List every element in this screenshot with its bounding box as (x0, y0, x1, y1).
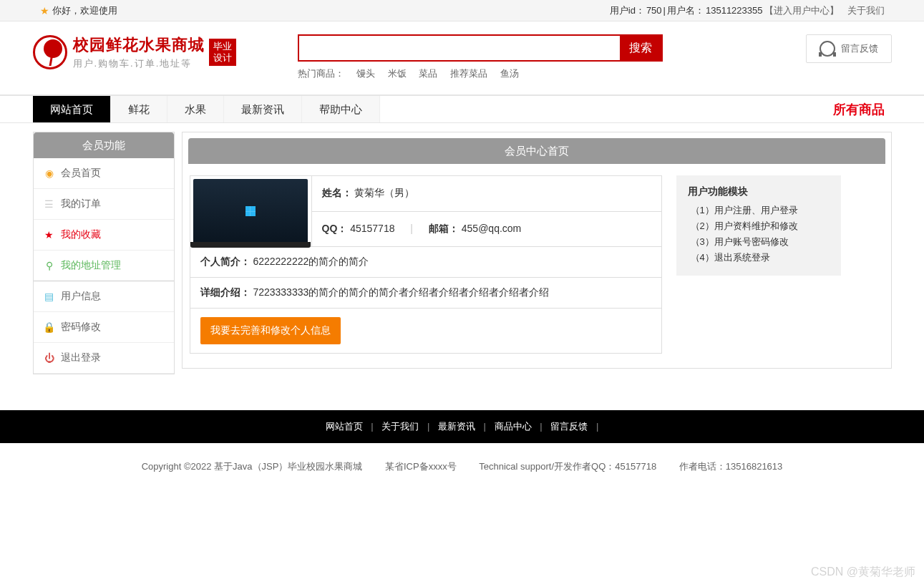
sidebar-item-address[interactable]: ⚲ 我的地址管理 (34, 251, 174, 281)
qq-label: QQ： (322, 223, 348, 234)
star-icon: ★ (40, 0, 49, 21)
name-row: 姓名： 黄菊华（男） (311, 176, 661, 212)
copyright: Copyright ©2022 基于Java（JSP）毕业校园水果商城 某省IC… (0, 443, 924, 516)
order-icon: ☰ (44, 198, 55, 210)
nav-flowers[interactable]: 鲜花 (111, 96, 167, 122)
sidebar-item-home[interactable]: ◉ 会员首页 (34, 158, 174, 189)
avatar-cell (190, 176, 311, 247)
sidebar-item-userinfo[interactable]: ▤ 用户信息 (34, 281, 174, 312)
detail-value: 7223333333的简介的简介的简介者介绍者介绍者介绍者介绍者介绍 (253, 286, 549, 298)
hot-word[interactable]: 菜品 (419, 68, 437, 79)
search-block: 搜索 热门商品： 馒头 米饭 菜品 推荐菜品 鱼汤 (298, 34, 663, 80)
feedback-button[interactable]: 留言反馈 (806, 34, 892, 63)
profile-table: 姓名： 黄菊华（男） QQ： 45157718 | 邮箱： 455@qq.com (190, 175, 662, 354)
name-label: 姓名： (322, 187, 352, 198)
sidebar-title: 会员功能 (34, 132, 174, 158)
nav-help[interactable]: 帮助中心 (302, 96, 380, 122)
phone-text: 作者电话：13516821613 (679, 461, 783, 472)
location-icon: ⚲ (44, 260, 55, 271)
logo-block[interactable]: 校园鲜花水果商城 用户.购物车.订单.地址等 毕业 设计 (33, 34, 298, 70)
intro-label: 个人简介： (200, 256, 251, 267)
module-box: 用户功能模块 （1）用户注册、用户登录 （2）用户资料维护和修改 （3）用户账号… (676, 175, 841, 276)
nav-all-products[interactable]: 所有商品 (833, 96, 892, 122)
avatar-image (193, 179, 308, 243)
topbar: ★ 你好，欢迎使用 用户id： 750 | 用户名： 13511223355 【… (0, 0, 924, 21)
enter-user-center-link[interactable]: 【进入用户中心】 (764, 0, 839, 21)
module-line: （3）用户账号密码修改 (688, 234, 830, 250)
search-input[interactable] (299, 36, 620, 60)
content-title: 会员中心首页 (188, 138, 885, 164)
topbar-left: ★ 你好，欢迎使用 (40, 0, 117, 21)
search-button[interactable]: 搜索 (620, 36, 661, 60)
intro-row: 个人简介： 6222222222的简介的简介 (190, 247, 661, 278)
sidebar: 会员功能 ◉ 会员首页 ☰ 我的订单 ★ 我的收藏 ⚲ 我的地址管理 (33, 132, 175, 374)
logo-subtitle: 用户.购物车.订单.地址等 (73, 57, 205, 70)
module-line: （4）退出系统登录 (688, 250, 830, 266)
headset-icon (820, 41, 835, 57)
email-value: 455@qq.com (462, 223, 521, 234)
detail-label: 详细介绍： (200, 286, 251, 298)
footer-link[interactable]: 商品中心 (495, 421, 532, 432)
about-us-link[interactable]: 关于我们 (847, 0, 885, 21)
hot-words: 热门商品： 馒头 米饭 菜品 推荐菜品 鱼汤 (298, 67, 663, 80)
nav-fruits[interactable]: 水果 (167, 96, 224, 122)
footer-nav: 网站首页 | 关于我们 | 最新资讯 | 商品中心 | 留言反馈 | (0, 410, 924, 443)
hot-word[interactable]: 米饭 (388, 68, 407, 79)
sep: | (663, 0, 666, 21)
logo-badge: 毕业 设计 (209, 39, 236, 66)
power-icon: ⏻ (44, 352, 55, 364)
topbar-right: 用户id： 750 | 用户名： 13511223355 【进入用户中心】 关于… (610, 0, 885, 21)
module-line: （1）用户注册、用户登录 (688, 203, 830, 218)
hot-word[interactable]: 鱼汤 (500, 68, 519, 79)
username-value: 13511223355 (706, 0, 763, 21)
hot-word[interactable]: 馒头 (356, 68, 375, 79)
footer-link[interactable]: 网站首页 (326, 421, 363, 432)
footer-link[interactable]: 关于我们 (381, 421, 419, 432)
sidebar-item-favorites[interactable]: ★ 我的收藏 (34, 220, 174, 251)
action-row: 我要去完善和修改个人信息 (190, 309, 661, 354)
greeting-text: 你好，欢迎使用 (52, 0, 117, 21)
tech-text: Technical support/开发作者QQ：45157718 (479, 461, 656, 472)
contact-row: QQ： 45157718 | 邮箱： 455@qq.com (311, 211, 661, 247)
copyright-text: Copyright ©2022 基于Java（JSP）毕业校园水果商城 (142, 461, 363, 472)
footer-link[interactable]: 最新资讯 (438, 421, 475, 432)
user-id-value: 750 (646, 0, 662, 21)
user-id-label: 用户id： (610, 0, 645, 21)
module-title: 用户功能模块 (688, 185, 830, 198)
icp-text: 某省ICP备xxxx号 (385, 461, 457, 472)
sidebar-item-orders[interactable]: ☰ 我的订单 (34, 189, 174, 220)
hot-word[interactable]: 推荐菜品 (450, 68, 487, 79)
pipe: | (410, 223, 413, 234)
detail-row: 详细介绍： 7223333333的简介的简介的简介者介绍者介绍者介绍者介绍者介绍 (190, 278, 661, 309)
logo-icon (33, 35, 67, 69)
lock-icon: 🔒 (44, 321, 55, 333)
module-line: （2）用户资料维护和修改 (688, 218, 830, 234)
content-panel: 会员中心首页 姓名： 黄菊华（男） (182, 132, 892, 369)
sidebar-item-password[interactable]: 🔒 密码修改 (34, 312, 174, 343)
clipboard-icon: ▤ (44, 291, 55, 302)
sidebar-item-logout[interactable]: ⏻ 退出登录 (34, 343, 174, 374)
home-icon: ◉ (44, 168, 55, 179)
name-value: 黄菊华（男） (354, 187, 414, 198)
email-label: 邮箱： (429, 223, 459, 234)
qq-value: 45157718 (350, 223, 394, 234)
hot-label: 热门商品： (298, 68, 344, 79)
star-icon: ★ (44, 229, 55, 241)
footer-link[interactable]: 留言反馈 (550, 421, 588, 432)
nav-news[interactable]: 最新资讯 (224, 96, 302, 122)
username-label: 用户名： (667, 0, 704, 21)
header: 校园鲜花水果商城 用户.购物车.订单.地址等 毕业 设计 搜索 热门商品： 馒头… (0, 21, 924, 87)
edit-profile-button[interactable]: 我要去完善和修改个人信息 (200, 317, 341, 344)
intro-value: 6222222222的简介的简介 (253, 256, 369, 267)
main-nav: 网站首页 鲜花 水果 最新资讯 帮助中心 所有商品 (0, 94, 924, 123)
feedback-label: 留言反馈 (841, 42, 878, 55)
logo-title: 校园鲜花水果商城 (73, 34, 205, 56)
feedback-block: 留言反馈 (806, 34, 892, 63)
nav-home[interactable]: 网站首页 (33, 96, 111, 122)
